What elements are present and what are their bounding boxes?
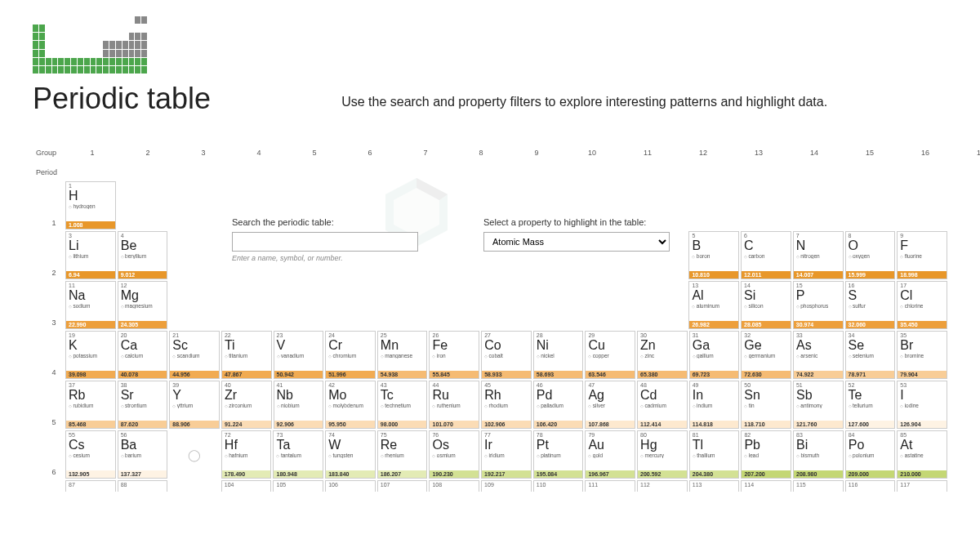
element-symbol: Mg xyxy=(118,288,167,303)
element-cell-Au[interactable]: 79Augold196.967 xyxy=(585,430,635,479)
element-cell-partial[interactable]: 87 xyxy=(65,480,116,492)
element-cell-In[interactable]: 49Inindium114.818 xyxy=(689,381,740,429)
element-symbol: Tl xyxy=(690,438,739,452)
element-symbol: Os xyxy=(430,438,479,452)
element-cell-Ca[interactable]: 20Cacalcium40.078 xyxy=(118,331,168,379)
element-symbol: Ga xyxy=(690,338,739,353)
element-cell-Zr[interactable]: 40Zrzirconium91.224 xyxy=(221,381,272,429)
element-cell-Cd[interactable]: 48Cdcadmium112.414 xyxy=(637,381,688,429)
element-cell-C[interactable]: 6Ccarbon12.011 xyxy=(741,231,791,279)
element-cell-Na[interactable]: 11Nasodium22.990 xyxy=(65,281,116,329)
element-cell-H[interactable]: 1Hhydrogen1.008 xyxy=(65,181,116,229)
element-symbol: Rh xyxy=(482,388,531,403)
element-cell-Ru[interactable]: 44Ruruthenium101.070 xyxy=(429,381,479,429)
search-input[interactable] xyxy=(232,232,418,252)
element-cell-partial[interactable]: 112 xyxy=(637,480,688,492)
element-cell-Co[interactable]: 27Cocobalt58.933 xyxy=(481,331,532,379)
element-cell-partial[interactable]: 88 xyxy=(118,480,168,492)
element-cell-F[interactable]: 9Ffluorine18.998 xyxy=(897,231,947,279)
element-cell-V[interactable]: 23Vvanadium50.942 xyxy=(274,331,324,379)
element-cell-Ge[interactable]: 32Gegermanium72.630 xyxy=(741,331,791,379)
element-cell-Mn[interactable]: 25Mnmanganese54.938 xyxy=(377,331,428,379)
element-cell-W[interactable]: 74Wtungsten183.840 xyxy=(325,430,376,479)
element-cell-Se[interactable]: 34Seselenium78.971 xyxy=(845,331,896,379)
element-cell-Li[interactable]: 3Lilithium6.94 xyxy=(65,231,116,279)
property-select[interactable]: Atomic Mass xyxy=(483,232,670,252)
element-cell-Nb[interactable]: 41Nbniobium92.906 xyxy=(274,381,324,429)
element-cell-Hg[interactable]: 80Hgmercury200.592 xyxy=(637,430,688,479)
element-name: calcium xyxy=(118,353,167,359)
element-cell-partial[interactable]: 111 xyxy=(585,480,635,492)
element-cell-Ta[interactable]: 73Tatantalum180.948 xyxy=(273,430,323,479)
element-cell-Zn[interactable]: 30Znzinc65.380 xyxy=(637,331,688,379)
element-cell-partial[interactable]: 104 xyxy=(221,480,272,492)
element-symbol: Se xyxy=(846,338,895,353)
element-cell-Si[interactable]: 14Sisilicon28.085 xyxy=(741,281,791,329)
element-cell-Rb[interactable]: 37Rbrubidium85.468 xyxy=(65,381,116,429)
element-cell-partial[interactable]: 106 xyxy=(325,480,376,492)
element-cell-Mo[interactable]: 42Momolybdenum95.950 xyxy=(325,381,376,429)
element-cell-Ir[interactable]: 77Iriridium192.217 xyxy=(481,430,532,479)
element-cell-Hf[interactable]: 72Hfhafnium178.490 xyxy=(221,430,272,479)
element-cell-Rh[interactable]: 45Rhrhodium102.906 xyxy=(481,381,532,429)
element-name: scandium xyxy=(170,353,219,359)
element-cell-Y[interactable]: 39Yyttrium88.906 xyxy=(169,381,220,429)
element-cell-partial[interactable]: 109 xyxy=(481,480,532,492)
element-symbol: Nb xyxy=(274,388,323,403)
element-cell-K[interactable]: 19Kpotassium39.098 xyxy=(65,331,116,379)
element-cell-At[interactable]: 85Atastatine210.000 xyxy=(897,430,947,479)
element-symbol: Tc xyxy=(378,388,427,403)
element-cell-Sr[interactable]: 38Srstrontium87.620 xyxy=(118,381,168,429)
element-cell-Pd[interactable]: 46Pdpalladium106.420 xyxy=(533,381,584,429)
element-cell-Ag[interactable]: 47Agsilver107.868 xyxy=(585,381,635,429)
element-cell-partial[interactable]: 107 xyxy=(377,480,428,492)
atomic-number: 3 xyxy=(66,232,115,238)
element-cell-Te[interactable]: 52Tetellurium127.600 xyxy=(845,381,896,429)
element-cell-Cl[interactable]: 17Clchlorine35.450 xyxy=(897,281,947,329)
element-cell-P[interactable]: 15Pphosphorus30.974 xyxy=(793,281,844,329)
element-cell-partial[interactable]: 108 xyxy=(429,480,479,492)
element-cell-Br[interactable]: 35Brbromine79.904 xyxy=(897,331,947,379)
element-cell-Os[interactable]: 76Ososmium190.230 xyxy=(429,430,479,479)
element-cell-Cr[interactable]: 24Crchromium51.996 xyxy=(325,331,376,379)
element-cell-partial[interactable]: 114 xyxy=(741,480,791,492)
element-cell-O[interactable]: 8Ooxygen15.999 xyxy=(845,231,896,279)
element-cell-Ti[interactable]: 22Tititanium47.867 xyxy=(221,331,272,379)
element-cell-Sc[interactable]: 21Scscandium44.956 xyxy=(169,331,220,379)
element-cell-Ga[interactable]: 31Gagallium69.723 xyxy=(689,331,740,379)
element-cell-B[interactable]: 5Bboron10.810 xyxy=(688,231,739,279)
element-cell-Bi[interactable]: 83Bibismuth208.980 xyxy=(793,430,844,479)
element-cell-S[interactable]: 16Ssulfur32.060 xyxy=(845,281,896,329)
element-cell-Cs[interactable]: 55Cscesium132.905 xyxy=(65,430,116,479)
element-cell-partial[interactable]: 113 xyxy=(689,480,740,492)
element-cell-Tl[interactable]: 81Tlthallium204.380 xyxy=(689,430,740,479)
element-cell-Ba[interactable]: 56Babarium137.327 xyxy=(118,430,168,479)
element-cell-Mg[interactable]: 12Mgmagnesium24.305 xyxy=(118,281,168,329)
element-symbol: As xyxy=(794,338,843,353)
element-cell-As[interactable]: 33Asarsenic74.922 xyxy=(793,331,844,379)
element-cell-Po[interactable]: 84Popolonium209.000 xyxy=(845,430,896,479)
element-cell-Sb[interactable]: 51Sbantimony121.760 xyxy=(793,381,844,429)
element-cell-I[interactable]: 53Iiodine126.904 xyxy=(897,381,947,429)
element-cell-partial[interactable]: 110 xyxy=(533,480,584,492)
element-cell-partial[interactable]: 115 xyxy=(793,480,844,492)
element-cell-Ni[interactable]: 28Ninickel58.693 xyxy=(533,331,584,379)
element-cell-partial[interactable]: 117 xyxy=(897,480,947,492)
element-cell-Fe[interactable]: 26Feiron55.845 xyxy=(429,331,479,379)
atomic-number: 72 xyxy=(222,431,271,438)
element-cell-Al[interactable]: 13Alaluminum26.982 xyxy=(688,281,739,329)
element-cell-Sn[interactable]: 50Sntin118.710 xyxy=(741,381,791,429)
element-cell-Re[interactable]: 75Rerhenium186.207 xyxy=(377,430,428,479)
element-cell-Pb[interactable]: 82Pblead207.200 xyxy=(741,430,791,479)
element-cell-partial[interactable]: 105 xyxy=(273,480,323,492)
element-value: 118.710 xyxy=(742,421,791,428)
atomic-number: 106 xyxy=(326,481,375,488)
element-value: 15.999 xyxy=(846,271,895,278)
element-cell-Tc[interactable]: 43Tctechnetium98.000 xyxy=(377,381,428,429)
element-cell-partial[interactable]: 116 xyxy=(845,480,896,492)
element-cell-Pt[interactable]: 78Ptplatinum195.084 xyxy=(533,430,584,479)
element-cell-Be[interactable]: 4Beberyllium9.012 xyxy=(118,231,168,279)
element-cell-Cu[interactable]: 29Cucopper63.546 xyxy=(585,331,635,379)
atomic-number: 7 xyxy=(794,232,843,238)
element-cell-N[interactable]: 7Nnitrogen14.007 xyxy=(793,231,844,279)
